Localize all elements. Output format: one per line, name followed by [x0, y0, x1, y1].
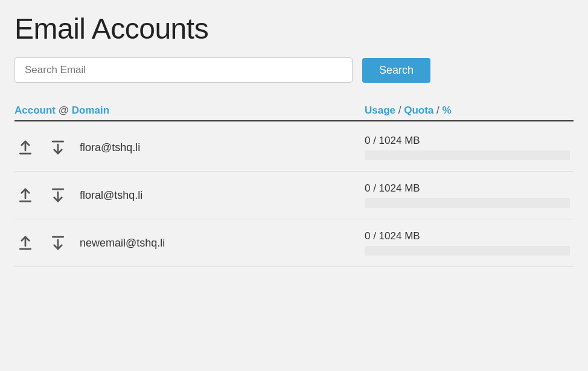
row-right-1: 0 / 1024 MB: [365, 182, 574, 208]
download-icon[interactable]: [47, 232, 69, 254]
upload-icon[interactable]: [14, 137, 36, 158]
table-row: flora@tshq.li 0 / 1024 MB: [14, 124, 574, 172]
column-usage-quota: Usage / Quota / %: [365, 105, 574, 117]
search-button[interactable]: Search: [362, 58, 430, 83]
search-input[interactable]: [14, 57, 353, 83]
row-right-0: 0 / 1024 MB: [365, 135, 574, 160]
table-row: newemail@tshq.li 0 / 1024 MB: [14, 219, 574, 267]
usage-bar: [365, 246, 570, 256]
search-bar: Search: [14, 57, 574, 83]
row-left-2: newemail@tshq.li: [14, 232, 365, 254]
email-address[interactable]: flora@tshq.li: [80, 141, 140, 154]
email-accounts-table: flora@tshq.li 0 / 1024 MB: [14, 124, 574, 267]
row-right-2: 0 / 1024 MB: [365, 230, 574, 256]
download-icon[interactable]: [47, 137, 69, 158]
upload-icon[interactable]: [14, 232, 36, 254]
column-account-domain: Account @ Domain: [14, 105, 365, 117]
email-address[interactable]: floral@tshq.li: [80, 189, 142, 202]
usage-text: 0 / 1024 MB: [365, 230, 574, 242]
download-icon[interactable]: [47, 184, 69, 206]
page-title: Email Accounts: [14, 12, 574, 45]
usage-bar: [365, 150, 570, 160]
row-left-1: floral@tshq.li: [14, 184, 365, 206]
row-left-0: flora@tshq.li: [14, 137, 365, 158]
upload-icon[interactable]: [14, 184, 36, 206]
usage-text: 0 / 1024 MB: [365, 135, 574, 147]
table-header: Account @ Domain Usage / Quota / %: [14, 100, 574, 121]
usage-bar: [365, 198, 570, 208]
email-address[interactable]: newemail@tshq.li: [80, 237, 165, 250]
usage-text: 0 / 1024 MB: [365, 182, 574, 195]
table-row: floral@tshq.li 0 / 1024 MB: [14, 172, 574, 219]
